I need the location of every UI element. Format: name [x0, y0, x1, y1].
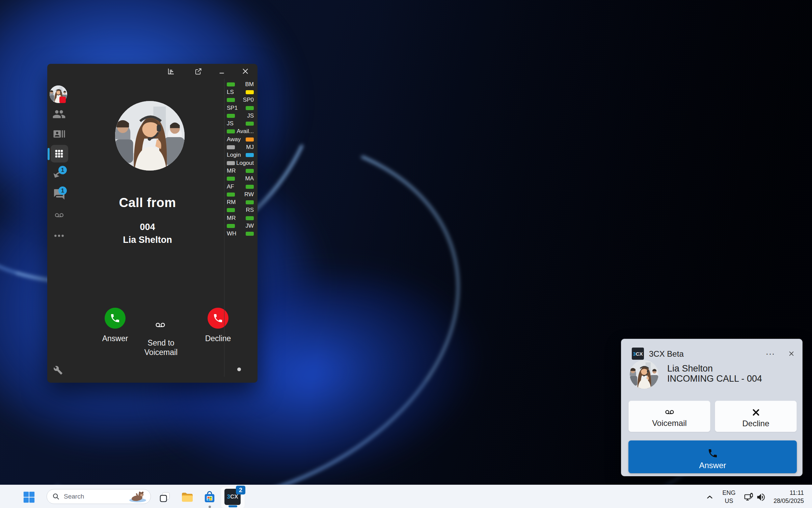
blf-label: SP0 — [243, 97, 254, 103]
blf-entry[interactable]: MA — [227, 175, 254, 183]
file-explorer-button[interactable] — [180, 490, 195, 505]
blf-entry[interactable]: Avail... — [227, 128, 254, 135]
blf-status-lamp — [246, 232, 254, 236]
blf-entry[interactable]: SP0 — [227, 96, 254, 104]
toast-more-button[interactable]: ... — [764, 348, 777, 359]
voicemail-icon — [52, 211, 66, 220]
blf-entry[interactable]: RS — [227, 206, 254, 214]
blf-label: Login — [227, 152, 241, 158]
blf-label: Away — [227, 136, 241, 143]
send-to-voicemail-label: Send to Voicemail — [124, 338, 198, 357]
toast-call-status: INCOMING CALL - 004 — [667, 374, 762, 384]
blf-entry[interactable]: MR — [227, 214, 254, 222]
blf-entry[interactable]: LS — [227, 88, 254, 96]
speaker-icon — [756, 492, 766, 502]
blf-label: MR — [227, 168, 236, 174]
blf-entry[interactable]: RW — [227, 190, 254, 198]
blf-divider — [224, 79, 224, 377]
phone-icon — [213, 313, 223, 324]
people-icon — [52, 107, 66, 121]
sidebar-item-team[interactable] — [47, 107, 71, 121]
user-status-badge — [59, 97, 66, 103]
blf-status-lamp — [227, 193, 235, 197]
blf-entry[interactable]: Away — [227, 135, 254, 143]
language-indicator[interactable]: ENG US — [720, 489, 738, 505]
blf-status-lamp — [246, 169, 254, 173]
search-box[interactable]: Search — [47, 489, 151, 504]
sidebar-item-voicemail[interactable] — [47, 211, 71, 220]
blf-status-lamp — [227, 98, 235, 102]
blf-entry[interactable]: WH — [227, 230, 254, 238]
blf-panel: BMLSSP0SP1JSJSAvail...AwayMJLoginLogoutM… — [227, 80, 254, 238]
start-button[interactable] — [22, 490, 36, 505]
blf-entry[interactable]: JS — [227, 112, 254, 120]
windows-logo-icon — [23, 491, 35, 504]
blf-status-lamp — [246, 200, 254, 204]
contacts-icon — [53, 128, 65, 140]
blf-status-lamp — [246, 216, 254, 220]
blf-status-lamp — [227, 145, 235, 149]
blf-label: BM — [245, 81, 254, 88]
toast-close-button[interactable] — [785, 348, 797, 359]
search-icon — [52, 493, 60, 500]
blf-entry[interactable]: MJ — [227, 143, 254, 151]
clock[interactable]: 11:11 28/05/2025 — [766, 489, 804, 505]
blf-entry[interactable]: JS — [227, 120, 254, 127]
caller-extension: 004 — [71, 222, 224, 232]
blf-status-lamp — [246, 185, 254, 189]
blf-label: RM — [227, 199, 236, 206]
blf-label: JS — [247, 112, 254, 119]
search-placeholder: Search — [64, 493, 128, 500]
blf-entry[interactable]: MR — [227, 167, 254, 175]
sidebar-item-dialpad[interactable] — [47, 149, 71, 159]
history-badge: 1 — [58, 166, 67, 174]
voicemail-icon — [663, 408, 676, 416]
sidebar-item-contacts[interactable] — [47, 128, 71, 140]
caller-photo — [115, 101, 185, 171]
settings-wrench-icon[interactable] — [53, 365, 63, 376]
close-button[interactable] — [239, 65, 251, 77]
desktop: 1 1 Call from 004 Lia Shelton — [0, 0, 812, 508]
toast-caller-photo — [630, 360, 658, 389]
blf-entry[interactable]: SP1 — [227, 104, 254, 112]
answer-button[interactable] — [105, 308, 126, 329]
more-dots-icon — [54, 233, 64, 238]
blf-status-lamp — [227, 82, 235, 86]
blf-entry[interactable]: BM — [227, 80, 254, 88]
voicemail-icon — [153, 321, 168, 330]
incoming-call-panel: Call from 004 Lia Shelton Answer Send to… — [71, 64, 224, 383]
chat-badge: 1 — [58, 186, 67, 195]
toast-answer-button[interactable]: Answer — [628, 440, 797, 473]
blf-entry[interactable]: RM — [227, 198, 254, 206]
dialpad-icon — [54, 149, 64, 159]
toast-decline-button[interactable]: Decline — [715, 401, 797, 432]
blf-label: RS — [246, 207, 254, 213]
toast-app-name: 3CX Beta — [649, 349, 684, 359]
task-view-button[interactable] — [157, 490, 172, 505]
sidebar-item-more[interactable] — [47, 233, 71, 238]
blf-label: LS — [227, 89, 234, 96]
page-indicator-dot[interactable] — [237, 367, 241, 371]
blf-label: Logout — [236, 160, 254, 167]
blf-label: WH — [227, 230, 236, 237]
blf-label: AF — [227, 183, 234, 190]
toast-voicemail-button[interactable]: Voicemail — [628, 401, 710, 432]
tray-chevron-button[interactable] — [702, 490, 717, 505]
store-icon — [203, 490, 216, 504]
send-to-voicemail-button[interactable] — [138, 321, 182, 330]
toast-caller-name: Lia Shelton — [667, 363, 713, 374]
store-running-indicator — [209, 506, 211, 508]
blf-label: Avail... — [237, 128, 254, 135]
sidebar: 1 1 — [47, 64, 71, 383]
blf-entry[interactable]: Logout — [227, 159, 254, 167]
blf-entry[interactable]: Login — [227, 151, 254, 159]
microsoft-store-button[interactable] — [202, 490, 217, 505]
decline-button[interactable] — [208, 308, 228, 329]
close-icon — [752, 408, 760, 417]
blf-entry[interactable]: JW — [227, 222, 254, 230]
3cx-app-window: 1 1 Call from 004 Lia Shelton — [47, 64, 258, 383]
taskbar: Search — [0, 485, 812, 508]
call-heading: Call from — [71, 196, 224, 210]
blf-label: JW — [245, 223, 254, 229]
blf-entry[interactable]: AF — [227, 183, 254, 190]
